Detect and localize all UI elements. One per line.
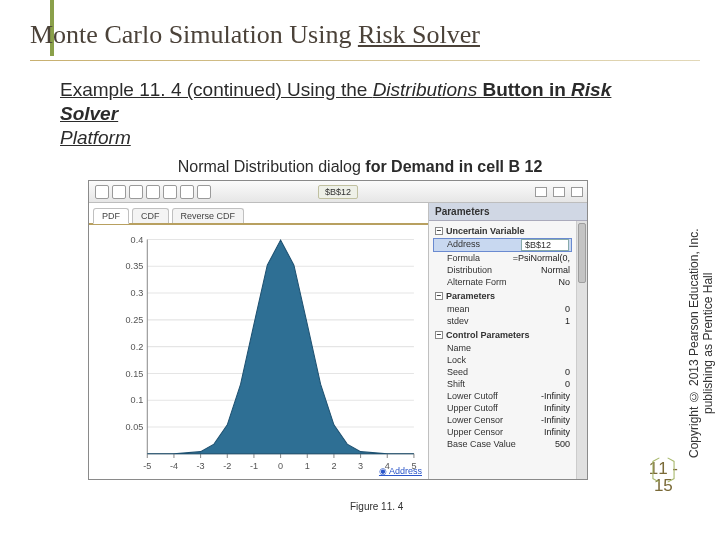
copyright-text: Copyright © 2013 Pearson Education, Inc.…: [688, 218, 716, 468]
toolbar-icon[interactable]: [180, 185, 194, 199]
slide-title-plain: Monte Carlo Simulation Using: [30, 20, 358, 49]
param-upper-cutoff[interactable]: Upper CutoffInfinity: [433, 402, 572, 414]
toolbar-icon[interactable]: [112, 185, 126, 199]
address-link[interactable]: ◉ Address: [379, 466, 422, 476]
svg-text:0.15: 0.15: [126, 368, 144, 378]
param-stdev[interactable]: stdev1: [433, 315, 572, 327]
toolbar-icon[interactable]: [146, 185, 160, 199]
param-seed[interactable]: Seed0: [433, 366, 572, 378]
svg-text:-1: -1: [250, 460, 258, 470]
param-base-case[interactable]: Base Case Value500: [433, 438, 572, 450]
minimize-icon[interactable]: [535, 187, 547, 197]
parameters-pane: Parameters −Uncertain Variable Address$B…: [429, 203, 587, 479]
slide-title-underline: Risk Solver: [358, 20, 480, 49]
svg-text:-2: -2: [223, 460, 231, 470]
dialog-description: Normal Distribution dialog for Demand in…: [0, 158, 720, 176]
svg-text:0.4: 0.4: [131, 234, 144, 244]
tab-pdf[interactable]: PDF: [93, 208, 129, 224]
param-address[interactable]: Address$B$12: [433, 238, 572, 252]
figure-caption: Figure 11. 4: [350, 501, 403, 512]
svg-text:-4: -4: [170, 460, 178, 470]
group-uncertain-variable[interactable]: −Uncertain Variable: [433, 223, 572, 238]
param-lower-cutoff[interactable]: Lower Cutoff-Infinity: [433, 390, 572, 402]
param-lower-censor[interactable]: Lower Censor-Infinity: [433, 414, 572, 426]
example-text-c: Button in: [477, 79, 571, 100]
group-control-parameters[interactable]: −Control Parameters: [433, 327, 572, 342]
toolbar-icon[interactable]: [95, 185, 109, 199]
param-name[interactable]: Name: [433, 342, 572, 354]
cell-reference-label: $B$12: [318, 185, 358, 199]
slide-title: Monte Carlo Simulation Using Risk Solver: [30, 20, 480, 50]
example-text-a: Example 11. 4 (continued) Using the: [60, 79, 373, 100]
toolbar-icon[interactable]: [197, 185, 211, 199]
svg-text:-5: -5: [143, 460, 151, 470]
dialog-toolbar: $B$12: [89, 181, 587, 203]
tab-cdf[interactable]: CDF: [132, 208, 169, 223]
svg-text:3: 3: [358, 460, 363, 470]
svg-text:0.3: 0.3: [131, 288, 144, 298]
example-heading: Example 11. 4 (continued) Using the Dist…: [60, 78, 660, 149]
param-lock[interactable]: Lock: [433, 354, 572, 366]
collapse-icon[interactable]: −: [435, 331, 443, 339]
param-formula: Formula=PsiNormal(0,: [433, 252, 572, 264]
svg-text:0: 0: [278, 460, 283, 470]
param-mean[interactable]: mean0: [433, 303, 572, 315]
dialog-desc-a: Normal Distribution dialog: [178, 158, 361, 175]
dialog-desc-d: in cell B 12: [454, 158, 542, 175]
dialog-screenshot: $B$12 PDF CDF Reverse CDF 0.050.10.150.2…: [88, 180, 588, 480]
svg-text:0.05: 0.05: [126, 422, 144, 432]
collapse-icon[interactable]: −: [435, 292, 443, 300]
example-text-b: Distributions: [373, 79, 478, 100]
scrollbar-thumb[interactable]: [578, 223, 586, 283]
parameters-header: Parameters: [429, 203, 587, 221]
param-upper-censor[interactable]: Upper CensorInfinity: [433, 426, 572, 438]
svg-text:0.1: 0.1: [131, 395, 144, 405]
svg-text:0.35: 0.35: [126, 261, 144, 271]
toolbar-icon[interactable]: [129, 185, 143, 199]
scrollbar[interactable]: [576, 221, 587, 479]
chart-pane: PDF CDF Reverse CDF 0.050.10.150.20.250.…: [89, 203, 429, 479]
group-parameters[interactable]: −Parameters: [433, 288, 572, 303]
bracket-right-icon: 〕: [664, 457, 692, 485]
svg-text:0.2: 0.2: [131, 342, 144, 352]
param-shift[interactable]: Shift0: [433, 378, 572, 390]
close-icon[interactable]: [571, 187, 583, 197]
toolbar-icon[interactable]: [163, 185, 177, 199]
tab-reverse-cdf[interactable]: Reverse CDF: [172, 208, 245, 223]
title-divider: [30, 60, 700, 61]
maximize-icon[interactable]: [553, 187, 565, 197]
svg-text:1: 1: [305, 460, 310, 470]
dialog-desc-c: Demand: [391, 158, 454, 175]
collapse-icon[interactable]: −: [435, 227, 443, 235]
svg-text:0.25: 0.25: [126, 315, 144, 325]
svg-text:-3: -3: [197, 460, 205, 470]
chart-tabs: PDF CDF Reverse CDF: [89, 203, 428, 225]
param-alternate-form: Alternate FormNo: [433, 276, 572, 288]
example-text-line2: Platform: [60, 127, 131, 148]
svg-text:2: 2: [331, 460, 336, 470]
address-input[interactable]: $B$12: [521, 239, 569, 251]
dialog-desc-b: for: [361, 158, 391, 175]
bracket-left-icon: 〔: [635, 457, 663, 485]
page-number-badge: 〔 11 - 15 〕: [649, 460, 678, 494]
pdf-chart: 0.050.10.150.20.250.30.350.4-5-4-3-2-101…: [89, 225, 428, 479]
param-distribution: DistributionNormal: [433, 264, 572, 276]
